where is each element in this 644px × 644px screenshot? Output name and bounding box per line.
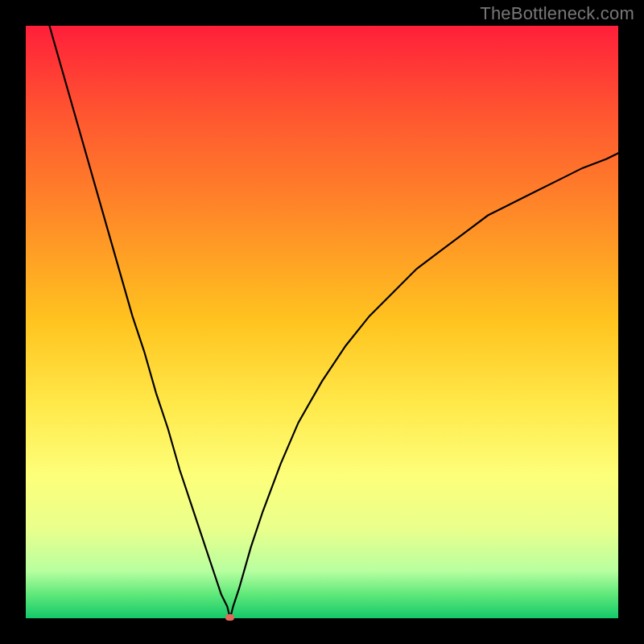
plot-area: [26, 26, 618, 618]
watermark-text: TheBottleneck.com: [480, 3, 634, 24]
min-marker: [225, 614, 234, 621]
chart-frame: TheBottleneck.com: [0, 0, 644, 644]
bottleneck-curve-left: [49, 26, 229, 618]
bottleneck-curve-right: [230, 153, 618, 618]
curve-svg: [26, 26, 618, 618]
